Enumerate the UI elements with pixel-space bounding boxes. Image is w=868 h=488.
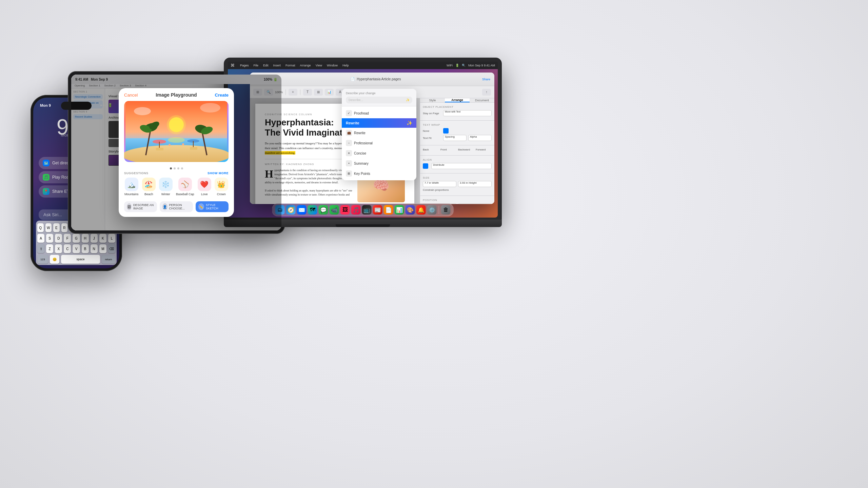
height-input[interactable]: 3.93 in Height [458,181,492,187]
dialog-cancel-button[interactable]: Cancel [124,93,138,98]
suggestion-winter[interactable]: ❄️ Winter [159,178,173,196]
menubar-pages[interactable]: Pages [240,64,249,67]
toolbar-add[interactable]: + [289,89,297,96]
key-s[interactable]: S [46,234,53,243]
suggestion-love[interactable]: ❤️ Love [198,178,211,196]
describe-image-button[interactable]: 🖼 DESCRIBE AN IMAGE [124,201,157,212]
key-l[interactable]: L [108,234,115,243]
wt-concise[interactable]: − Professional [342,138,416,148]
key-d[interactable]: D [55,234,62,243]
menubar-help[interactable]: Help [342,64,349,67]
key-space[interactable]: space [61,255,100,264]
key-emoji[interactable]: 😊 [50,255,59,264]
dock-numbers[interactable]: 📊 [395,205,404,215]
panel-tab-arrange[interactable]: Arrange [445,98,470,102]
dock-keynote[interactable]: 🎨 [406,205,415,215]
wt-table[interactable]: ⊞ Key Points [342,168,416,179]
dock-mail[interactable]: ✉️ [297,205,307,215]
menubar-window[interactable]: Window [327,64,338,67]
dock-messages[interactable]: 💬 [319,205,328,215]
dock-photos[interactable]: 🖼 [340,205,350,215]
key-w[interactable]: W [45,223,52,232]
person-icon: 👤 [162,203,167,210]
menubar-search[interactable]: 🔍 [462,64,466,67]
key-h[interactable]: H [82,234,89,243]
width-input[interactable]: 7.7 in Width [423,181,456,187]
y-input[interactable]: 1.89 in Y [458,203,492,204]
key-z[interactable]: Z [46,244,53,253]
wt-keypoints[interactable]: • Summary [342,158,416,168]
dock-pages[interactable]: 📄 [384,205,393,215]
image-gen-dialog-overlay: Cancel Image Playground Create [71,75,281,230]
baseball-label: Baseball Cap [176,192,194,196]
dock-settings[interactable]: ⚙️ [427,205,437,215]
dock-music[interactable]: 🎵 [351,205,361,215]
panel-tab-style[interactable]: Style [420,98,445,102]
suggestion-mountains[interactable]: 🏔️ Mountains [124,178,139,196]
size-label: Size [423,176,492,179]
wt-actions: ✓ Proofread Rewrite ✨ 💼 [342,106,416,180]
text-fit-input[interactable]: Spacing [443,135,467,141]
key-g[interactable]: G [73,234,80,243]
menubar-view[interactable]: View [316,64,322,67]
menubar-insert[interactable]: Insert [273,64,281,67]
alpha-input[interactable]: Alpha [468,135,492,141]
dock-notifications[interactable]: 🔔 [416,205,426,215]
suggestion-beach[interactable]: 🏖️ Beach [142,178,156,196]
menubar-arrange[interactable]: Arrange [300,64,311,67]
key-v[interactable]: V [73,244,80,253]
dock-safari[interactable]: 🧭 [286,205,296,215]
dialog-header: Cancel Image Playground Create [119,88,234,98]
baseball-icon: ⚾ [178,178,192,191]
menubar-format[interactable]: Format [285,64,295,67]
toolbar-chart[interactable]: 📊 [325,89,334,96]
show-more-button[interactable]: SHOW MORE [208,171,229,175]
svg-point-2 [167,115,186,134]
panel-tab-document[interactable]: Document [470,98,494,102]
key-e[interactable]: E [53,223,60,232]
wt-input-field[interactable]: Describe... ✨ [346,97,412,103]
wt-summary[interactable]: ≡ Concise [342,148,416,158]
table-icon: ⊞ [346,170,352,177]
dock-tv[interactable]: 📺 [362,205,372,215]
key-a[interactable]: A [37,234,44,243]
key-f[interactable]: F [64,234,71,243]
dock-news[interactable]: 📰 [373,205,382,215]
writing-tools-panel: Describe your change Describe... ✨ ✓ [342,89,416,180]
toolbar-table[interactable]: ⊞ [314,89,323,96]
dot-4 [181,167,183,169]
style-button[interactable]: ✏️ STYLE SKETCH [196,201,229,212]
dock-trash[interactable]: 🗑 [441,205,451,215]
toolbar-text[interactable]: T [303,89,312,96]
key-numbers[interactable]: 123 [37,255,48,264]
key-delete[interactable]: ⌫ [108,244,115,253]
dock-facetime[interactable]: 📹 [330,205,339,215]
key-n[interactable]: N [91,244,98,253]
dock-maps[interactable]: 🗺 [308,205,317,215]
toolbar-share[interactable]: ↑ [482,89,491,96]
key-q[interactable]: Q [37,223,44,232]
key-return[interactable]: return [102,255,115,264]
key-k[interactable]: K [99,234,106,243]
wt-rewrite[interactable]: Rewrite ✨ [342,118,416,128]
menubar-edit[interactable]: Edit [263,64,269,67]
suggestion-baseball[interactable]: ⚾ Baseball Cap [176,178,194,196]
wt-professional[interactable]: 💼 Rewrite [342,128,416,138]
key-x[interactable]: X [55,244,62,253]
key-m[interactable]: M [99,244,106,253]
suggestion-crown[interactable]: 👑 Crown [215,178,228,196]
wt-proofread[interactable]: ✓ Proofread [342,108,416,118]
key-shift[interactable]: ⇧ [37,244,44,253]
person-button[interactable]: 👤 PERSON CHOOSE... [160,201,193,212]
distribute-input[interactable]: Distribute [431,163,492,169]
key-r[interactable]: R [61,223,68,232]
dialog-create-button[interactable]: Create [215,93,229,98]
placement-input[interactable]: Move with Text [443,110,492,116]
key-b[interactable]: B [82,244,89,253]
share-button[interactable]: Share [482,78,490,81]
wt-proofread-btn[interactable]: ✨ [406,98,410,102]
text-wrap-label: Text Wrap [423,123,492,126]
key-c[interactable]: C [64,244,71,253]
key-j[interactable]: J [91,234,98,243]
menubar-file[interactable]: File [254,64,259,67]
